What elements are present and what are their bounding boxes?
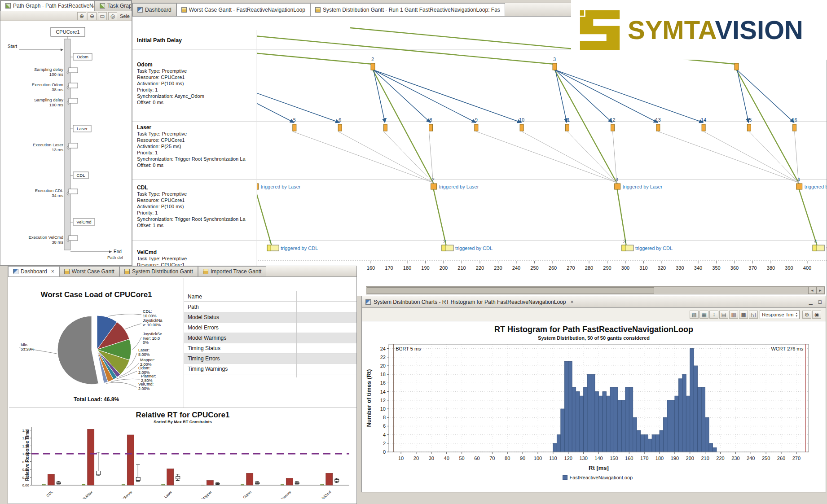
- path-graph-canvas[interactable]: CPUCore1StartOdomLaserCDLVelCmdSampling …: [0, 21, 132, 265]
- table-row[interactable]: Model Status: [184, 312, 356, 323]
- svg-text:200: 200: [440, 265, 448, 271]
- table-row[interactable]: Timing Errors: [184, 354, 356, 364]
- gantt-horizontal-scrollbar[interactable]: ◄ ►: [366, 286, 825, 294]
- gantt-row-name[interactable]: CDL: [137, 184, 148, 191]
- svg-text:triggered by CDL: triggered by CDL: [635, 245, 673, 251]
- svg-text:triggered by Laser: triggered by Laser: [261, 184, 301, 189]
- svg-text:4: 4: [383, 432, 386, 438]
- gantt-row-property: Resource: CPUCore1: [137, 137, 256, 143]
- svg-text:4: 4: [814, 239, 817, 244]
- svg-text:16: 16: [380, 380, 386, 386]
- svg-text:10: 10: [519, 117, 524, 123]
- svg-text:Sampling delay: Sampling delay: [34, 67, 63, 72]
- scroll-right-icon[interactable]: ►: [816, 287, 824, 294]
- pie-chart-title: Worst Case Load of CPUCore1: [9, 290, 184, 299]
- close-icon[interactable]: ×: [570, 299, 573, 305]
- gantt-row-name[interactable]: VelCmd: [137, 249, 157, 255]
- tab-label: Path Graph - Path FastReactiveNav: [13, 3, 95, 9]
- pie-slice-Idle: [57, 316, 98, 384]
- tab-worst-case-gantt[interactable]: Worst Case Gantt - FastReactiveNavigatio…: [176, 3, 310, 16]
- path-graph-panel: Path Graph - Path FastReactiveNav × Task…: [0, 0, 132, 266]
- columns-icon[interactable]: ▥: [729, 311, 738, 319]
- total-load-label: Total Load: 46.8%: [9, 396, 184, 403]
- minimize-icon[interactable]: ▁: [809, 299, 812, 305]
- svg-text:End: End: [114, 249, 122, 254]
- gantt-icon: [124, 269, 130, 274]
- fit-view-icon[interactable]: ▭: [98, 12, 107, 20]
- svg-text:100: 100: [534, 456, 542, 461]
- scrollbar-thumb[interactable]: [367, 287, 654, 294]
- svg-text:260: 260: [549, 265, 557, 271]
- svg-text:7: 7: [384, 117, 387, 123]
- gantt-row-name[interactable]: Odom: [137, 61, 153, 68]
- close-icon[interactable]: ×: [51, 268, 54, 275]
- camera-icon[interactable]: ◉: [812, 311, 821, 319]
- svg-text:CDL: CDL: [76, 173, 85, 178]
- tab-path-graph[interactable]: Path Graph - Path FastReactiveNav ×: [0, 0, 95, 11]
- tab-worst-case-gantt[interactable]: Worst Case Gantt: [59, 266, 119, 276]
- gantt-row-property: Task Type: Preemptive: [137, 255, 256, 262]
- svg-text:2: 2: [443, 239, 446, 244]
- svg-text:210: 210: [457, 265, 466, 271]
- spinner-down-icon[interactable]: ▾: [796, 315, 797, 317]
- grid-icon[interactable]: ▦: [699, 311, 708, 319]
- tab-task-graph[interactable]: Task Grap: [95, 0, 132, 11]
- export-icon[interactable]: ◱: [749, 311, 758, 319]
- gantt-row-property: Priority: 1: [137, 210, 256, 216]
- worst-case-load-chart: Worst Case Load of CPUCore1 CDL:10.00%Jo…: [9, 278, 184, 408]
- svg-text:240: 240: [512, 265, 520, 271]
- svg-text:240: 240: [747, 456, 755, 461]
- zoom-out-icon[interactable]: ⊖: [88, 12, 97, 20]
- layout-icon[interactable]: ▧: [690, 311, 699, 319]
- symtavision-logo: SYMTAVISION: [571, 0, 827, 60]
- svg-text:100 ms: 100 ms: [49, 102, 63, 107]
- svg-text:120: 120: [564, 456, 572, 461]
- sort-icon[interactable]: ↕: [709, 311, 718, 319]
- svg-text:190: 190: [421, 265, 429, 271]
- svg-text:Sampling delay: Sampling delay: [34, 97, 63, 102]
- svg-text:200: 200: [686, 456, 694, 461]
- table-row[interactable]: Timing Status: [184, 343, 356, 354]
- svg-text:80: 80: [505, 456, 510, 461]
- symtavision-mark-icon: [579, 9, 620, 51]
- svg-text:11: 11: [565, 117, 570, 123]
- zoom-in-icon[interactable]: ⊕: [77, 12, 86, 20]
- select-tool-icon[interactable]: ◎: [108, 12, 117, 20]
- gantt-icon: [315, 7, 321, 13]
- tab-label: Worst Case Gantt: [72, 268, 114, 275]
- gantt-row-property: Resource: CPUCore1: [137, 74, 256, 80]
- table-row[interactable]: Model Errors: [184, 323, 356, 333]
- maximize-icon[interactable]: ◻: [818, 299, 822, 305]
- svg-text:270: 270: [792, 456, 801, 461]
- svg-text:14: 14: [380, 389, 386, 394]
- tab-system-distribution-gantt[interactable]: System Distribution Gantt: [119, 266, 198, 276]
- tab-dashboard-editor[interactable]: Dashboard: [132, 3, 176, 16]
- gantt-row-property: Offset: 1 ms: [137, 222, 256, 228]
- svg-text:370: 370: [748, 265, 757, 271]
- svg-text:Rt [ms]: Rt [ms]: [589, 465, 609, 471]
- svg-text:Number of times (Rt): Number of times (Rt): [365, 369, 372, 427]
- gantt-row-name[interactable]: Laser: [137, 124, 151, 131]
- table-row[interactable]: Path: [184, 302, 356, 312]
- svg-text:6: 6: [383, 423, 386, 429]
- svg-text:180: 180: [403, 265, 411, 271]
- svg-text:170: 170: [640, 456, 648, 461]
- distribution-titlebar: System Distribution Charts - RT Histogra…: [362, 296, 826, 308]
- tab-dashboard[interactable]: Dashboard ×: [8, 266, 59, 276]
- crosshair-icon[interactable]: ⊕: [802, 311, 811, 319]
- svg-text:Odom: Odom: [77, 54, 88, 59]
- chart-icon[interactable]: ▩: [739, 311, 748, 319]
- table-icon[interactable]: ▤: [719, 311, 728, 319]
- scroll-left-icon[interactable]: ◄: [808, 287, 816, 294]
- chart-type-dropdown[interactable]: Response Tim▴▾: [760, 310, 800, 319]
- svg-text:0.00: 0.00: [22, 483, 29, 487]
- tab-system-distribution-gant[interactable]: System Distribution Gantt - Run 1 Gantt …: [310, 3, 505, 16]
- pie-label: Mapper:2.00%: [140, 358, 155, 367]
- table-row[interactable]: Model Warnings: [184, 333, 356, 343]
- tab-label: System Distribution Gantt: [132, 268, 193, 275]
- svg-text:triggered by CDL: triggered by CDL: [826, 245, 827, 251]
- gantt-row-property: Task Type: Preemptive: [137, 131, 256, 137]
- tab-imported-trace-gantt[interactable]: Imported Trace Gantt: [198, 266, 266, 276]
- brand-vision: VISION: [715, 15, 803, 44]
- table-row[interactable]: Timing Warnings: [184, 364, 356, 374]
